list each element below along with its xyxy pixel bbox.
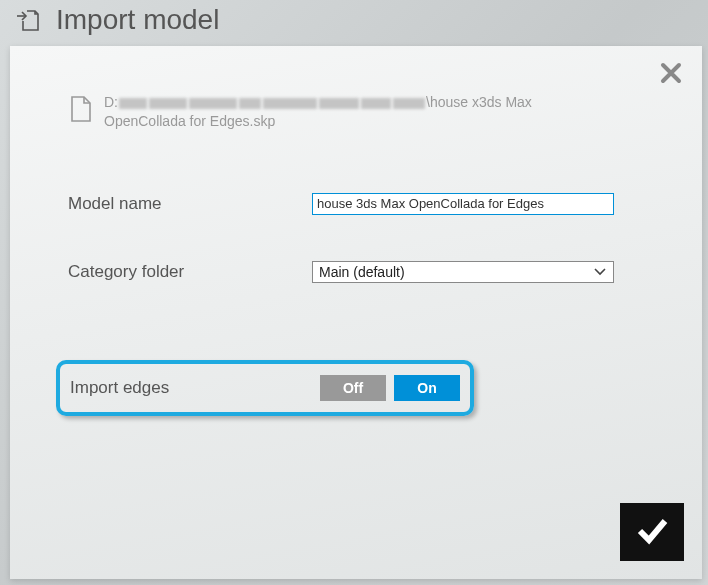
- chevron-down-icon: [593, 263, 607, 281]
- model-name-row: Model name: [10, 193, 702, 215]
- category-folder-label: Category folder: [68, 262, 312, 282]
- category-folder-row: Category folder Main (default): [10, 261, 702, 283]
- category-folder-value: Main (default): [319, 264, 405, 280]
- confirm-button[interactable]: [620, 503, 684, 561]
- file-path-row: D:\house x3ds Max OpenCollada for Edges.…: [10, 46, 702, 131]
- checkmark-icon: [632, 510, 672, 554]
- dialog-panel: D:\house x3ds Max OpenCollada for Edges.…: [10, 46, 702, 579]
- import-edges-highlight: Import edges Off On: [56, 360, 474, 416]
- import-edges-label: Import edges: [70, 378, 312, 398]
- dialog-title: Import model: [56, 4, 219, 36]
- import-edges-on-button[interactable]: On: [394, 375, 460, 401]
- import-icon: [16, 8, 40, 32]
- close-button[interactable]: [660, 62, 684, 86]
- category-folder-select[interactable]: Main (default): [312, 261, 614, 283]
- import-edges-off-button[interactable]: Off: [320, 375, 386, 401]
- file-icon: [70, 95, 92, 123]
- file-path-text: D:\house x3ds Max OpenCollada for Edges.…: [104, 93, 584, 131]
- model-name-input[interactable]: [312, 193, 614, 215]
- model-name-label: Model name: [68, 194, 312, 214]
- file-path-prefix: D:: [104, 94, 118, 110]
